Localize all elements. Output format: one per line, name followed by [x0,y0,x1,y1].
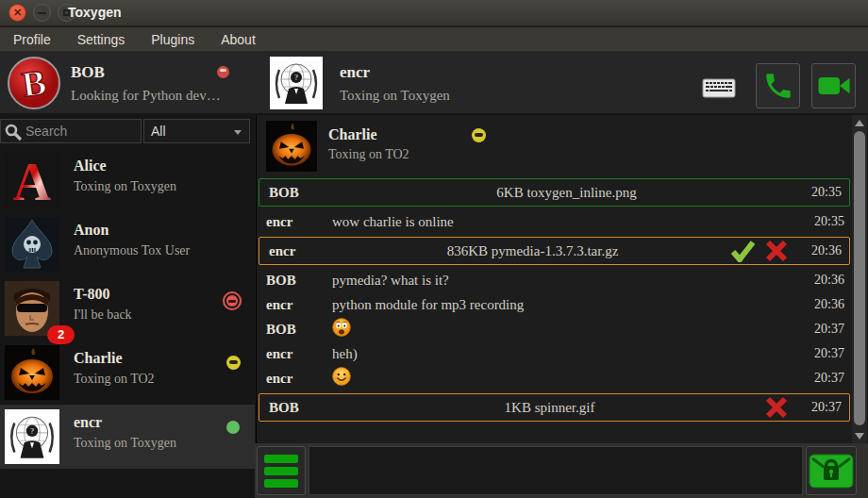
top-panel: B BOB Looking for Python dev… ? en [0,52,868,115]
self-status-message[interactable]: Looking for Python dev… [71,88,221,104]
online-status-icon [226,421,240,434]
self-avatar[interactable]: B [8,57,60,109]
message-sender: BOB [259,400,335,416]
menu-about[interactable]: About [211,32,265,47]
cross-icon [765,240,788,262]
triangle-down-icon [855,433,864,440]
contact-name: Alice [74,158,107,174]
active-chat-status-message: Toxing on Toxygen [340,88,450,104]
svg-text:?: ? [294,74,298,82]
scroll-down-arrow[interactable] [852,429,867,442]
message-emoji [332,318,801,340]
contact-row-charlie[interactable]: Charlie Toxing on TO2 [0,340,255,405]
window-close-button[interactable]: ✕ [8,4,26,22]
shocked-face-emoji-icon [332,318,351,337]
message-row: encr python module for mp3 recording 20:… [257,292,852,317]
triangle-up-icon [855,120,864,126]
chat-contact-item-charlie[interactable]: Charlie Toxing on TO2 [257,115,852,175]
message-emoji [332,367,801,390]
contact-status-message: Toxing on Toxygen [74,179,176,194]
charlie-avatar [5,345,59,400]
away-status-icon [226,356,241,370]
scrollbar-handle[interactable] [854,131,865,425]
menu-settings[interactable]: Settings [68,32,135,47]
contact-row-t800[interactable]: T-800 I'll be back 2 [0,276,255,340]
anonymous-avatar-icon: ? [270,57,323,109]
contact-row-alice[interactable]: A Alice Toxing on Toxygen [0,148,255,212]
message-time: 20:36 [801,273,852,288]
chevron-down-icon [234,130,242,135]
svg-text:?: ? [30,427,34,436]
message-time: 20:36 [801,297,852,312]
message-time: 20:35 [801,214,852,229]
chat-menu-button[interactable] [257,446,306,495]
contact-status-message: Anonymous Tox User [74,243,190,258]
smiling-face-emoji-icon [332,367,351,386]
search-input[interactable] [25,120,139,142]
file-transfer-row: encr 836KB pymedia-1.3.7.3.tar.gz 20:36 [259,237,850,265]
chat-scrollbar[interactable] [852,115,867,443]
message-time: 20:37 [801,322,852,337]
accept-transfer-button[interactable] [730,240,755,262]
hamburger-icon [264,455,298,463]
file-transfer-row: BOB 6KB toxygen_inline.png 20:35 [259,178,850,207]
decline-transfer-button[interactable] [764,240,789,262]
bob-avatar-icon: B [8,57,60,109]
phone-icon [762,70,794,102]
contact-filter-dropdown[interactable]: All [143,119,250,143]
alice-avatar: A [5,153,59,208]
cross-icon [765,396,788,419]
video-camera-icon [817,72,851,100]
message-text: pymedia? what is it? [332,273,801,289]
message-sender: encr [257,214,332,230]
decline-transfer-button[interactable] [764,396,789,419]
contact-row-encr[interactable]: ? encr Toxing on Toxygen [0,405,255,469]
chat-contact-status-message: Toxing on TO2 [328,147,409,162]
contact-status-message: I'll be back [74,307,132,323]
audio-call-button[interactable] [756,63,800,108]
contacts-sidebar: All A Alice Toxing on Toxygen [0,115,255,498]
message-row: BOB 20:37 [257,317,852,341]
contact-name: Charlie [74,350,123,367]
chat-contact-name: Charlie [328,126,377,143]
message-sender: BOB [257,273,332,289]
search-icon [4,123,23,141]
menu-profile[interactable]: Profile [4,32,60,47]
svg-text:A: A [13,153,52,208]
message-row: encr 20:37 [257,366,852,390]
contact-status-message: Toxing on TO2 [74,372,155,387]
check-icon [730,240,755,262]
toxygen-window: ✕ Toxygen Profile Settings Plugins About… [0,0,868,498]
menubar: Profile Settings Plugins About [0,27,868,52]
search-row: All [0,119,255,143]
self-busy-status-icon[interactable] [217,66,229,78]
message-sender: BOB [257,322,332,338]
scroll-up-arrow[interactable] [852,116,867,129]
window-minimize-button[interactable] [33,4,51,22]
charlie-avatar [266,121,317,172]
window-title: Toxygen [68,5,122,20]
video-call-button[interactable] [811,63,856,108]
contact-filter-value: All [151,124,166,139]
send-message-button[interactable] [806,446,857,495]
message-sender: encr [257,346,332,362]
minimize-icon [38,12,46,14]
self-name[interactable]: BOB [71,63,105,82]
menu-plugins[interactable]: Plugins [142,32,204,47]
message-time: 20:37 [801,371,852,386]
message-row: BOB pymedia? what is it? 20:36 [257,268,852,292]
search-box[interactable] [0,119,142,143]
message-text: wow charlie is online [332,214,801,230]
message-sender: encr [257,297,332,313]
contact-row-anon[interactable]: Anon Anonymous Tox User [0,212,255,276]
active-chat-name: encr [340,63,370,82]
message-time: 20:37 [798,400,849,415]
typing-keyboard-icon[interactable] [702,76,736,99]
file-transfer-name: 836KB pymedia-1.3.7.3.tar.gz [335,243,730,259]
contact-name: encr [74,414,102,431]
message-row: encr wow charlie is online 20:35 [257,209,852,234]
message-input[interactable] [309,446,803,495]
message-time: 20:37 [801,346,852,361]
message-row: encr heh) 20:37 [257,341,852,366]
titlebar[interactable]: ✕ Toxygen [0,0,868,26]
